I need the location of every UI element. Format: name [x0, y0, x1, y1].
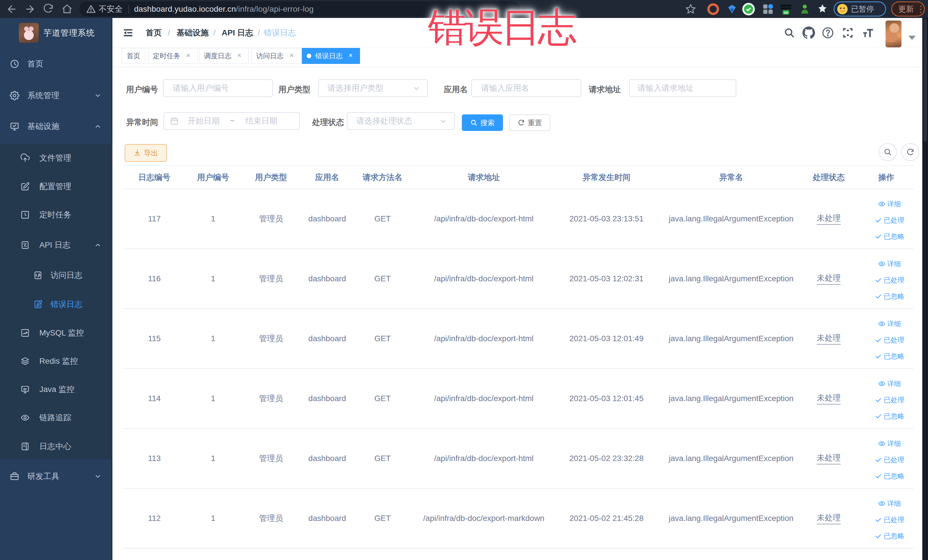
svg-text:on: on — [784, 11, 788, 15]
